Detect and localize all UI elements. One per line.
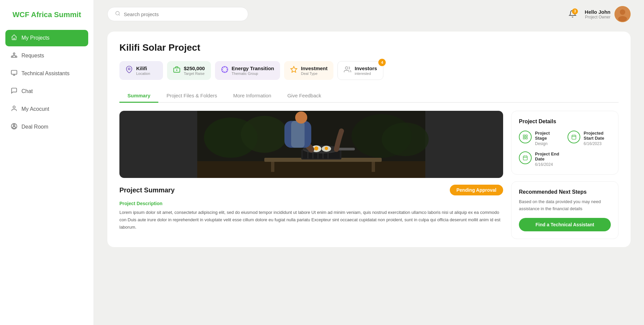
investors-sub: interested	[355, 72, 377, 76]
project-summary-title: Project Summary	[119, 186, 175, 194]
tag-investors: Investors interested 4	[337, 61, 383, 80]
tab-feedback[interactable]: Give Feedback	[279, 89, 329, 103]
sidebar-item-label: Chat	[21, 88, 33, 94]
sidebar-item-label: Requests	[21, 53, 44, 59]
project-card: Kilifi Solar Project Kilifi Location	[107, 32, 631, 247]
details-title: Project Details	[519, 119, 611, 125]
svg-rect-37	[526, 137, 527, 139]
tag-location-content: Kilifi Location	[136, 65, 150, 76]
start-date-icon	[568, 131, 580, 143]
svg-rect-17	[372, 162, 375, 172]
svg-rect-43	[523, 156, 527, 160]
target-raise-sub: Target Raise	[184, 72, 205, 76]
tag-energy-content: Energy Transition Thematic Group	[232, 65, 274, 76]
find-assistant-button[interactable]: Find a Technical Assistant	[519, 218, 611, 231]
sidebar-nav: My Projects Requests Technical Assistant…	[0, 30, 94, 135]
user-greeting: Hello John	[585, 9, 610, 15]
project-desc-text: Lorem ipsum dolor sit amet, consectetur …	[119, 209, 503, 231]
notification-button[interactable]: 3	[569, 10, 577, 19]
sidebar-item-requests[interactable]: Requests	[5, 48, 88, 64]
app-name: WCF Africa Summit	[7, 10, 87, 20]
app-logo: WCF Africa Summit	[0, 10, 94, 30]
svg-rect-39	[572, 135, 576, 139]
next-steps-card: Recommended Next Steps Based on the data…	[511, 181, 619, 239]
money-icon	[173, 66, 180, 75]
deal-type-sub: Deal Type	[301, 72, 327, 76]
svg-point-28	[314, 146, 318, 150]
right-column: Project Details Project Stage	[511, 111, 619, 239]
detail-end-date: Project End Date 6/16/2024	[519, 151, 562, 167]
energy-icon	[221, 66, 228, 75]
svg-rect-36	[526, 135, 527, 137]
stage-label: Project Stage	[535, 131, 562, 141]
my-projects-icon	[11, 34, 17, 42]
svg-point-4	[618, 16, 627, 21]
svg-rect-16	[271, 162, 274, 172]
investment-icon	[290, 66, 298, 75]
sidebar-item-label: Deal Room	[21, 124, 48, 130]
pending-badge: Pending Approval	[450, 185, 503, 195]
end-date-value: 6/16/2024	[535, 162, 562, 167]
thematic-main: Energy Transition	[232, 65, 274, 71]
start-date-text: Projected Start Date 6/16/2023	[584, 131, 611, 146]
left-column: Project Summary Pending Approval Project…	[119, 111, 503, 239]
end-date-text: Project End Date 6/16/2024	[535, 151, 562, 167]
next-steps-desc: Based on the data provided you may need …	[519, 198, 611, 213]
search-bar[interactable]	[107, 7, 248, 21]
svg-point-3	[620, 9, 625, 15]
tab-summary[interactable]: Summary	[119, 89, 158, 103]
tab-more-info[interactable]: More Information	[225, 89, 279, 103]
header: 3 Hello John Project Owner	[94, 0, 644, 28]
sidebar-item-technical-assistants[interactable]: Technical Assistants	[5, 65, 88, 82]
tabs: Summary Project Files & Folders More Inf…	[119, 89, 619, 103]
sidebar-item-label: My Projects	[21, 35, 50, 41]
avatar	[614, 6, 631, 22]
sidebar-item-deal-room[interactable]: Deal Room	[5, 119, 88, 135]
search-input[interactable]	[124, 11, 240, 17]
svg-rect-31	[338, 148, 355, 150]
svg-rect-0	[11, 70, 17, 74]
target-raise-main: $250,000	[184, 65, 205, 71]
project-image	[119, 111, 503, 178]
notification-badge: 3	[572, 8, 578, 14]
svg-point-8	[345, 67, 348, 69]
sidebar: WCF Africa Summit My Projects Requests	[0, 0, 94, 325]
main-area: 3 Hello John Project Owner Ki	[94, 0, 644, 325]
location-main: Kilifi	[136, 65, 150, 71]
deal-room-icon	[11, 123, 17, 131]
svg-point-30	[325, 147, 328, 150]
sidebar-item-chat[interactable]: Chat	[5, 83, 88, 100]
chat-icon	[11, 87, 17, 96]
tag-investors-content: Investors interested	[355, 65, 377, 76]
requests-icon	[11, 52, 17, 60]
content-area: Kilifi Solar Project Kilifi Location	[94, 28, 644, 325]
svg-point-5	[128, 68, 130, 70]
technical-assistants-icon	[11, 69, 17, 78]
start-date-label: Projected Start Date	[584, 131, 611, 141]
stage-icon	[519, 131, 532, 143]
detail-start-date: Projected Start Date 6/16/2023	[568, 131, 611, 146]
svg-point-34	[295, 111, 307, 124]
tag-thematic-group: Energy Transition Thematic Group	[215, 61, 280, 80]
tag-location: Kilifi Location	[119, 61, 163, 80]
tab-files[interactable]: Project Files & Folders	[158, 89, 225, 103]
svg-rect-35	[523, 135, 525, 137]
info-tags: Kilifi Location $250,000 Target Raise	[119, 61, 619, 80]
user-info: Hello John Project Owner	[585, 6, 631, 22]
tag-deal-type: Investment Deal Type	[284, 61, 333, 80]
sidebar-item-my-projects[interactable]: My Projects	[5, 30, 88, 46]
svg-point-11	[241, 116, 288, 153]
stage-value: Design	[535, 141, 562, 146]
investors-main: Investors	[355, 65, 377, 71]
project-details-card: Project Details Project Stage	[511, 111, 619, 175]
end-date-icon	[519, 151, 532, 164]
sidebar-item-my-account[interactable]: My Acocunt	[5, 101, 88, 118]
tag-investment-content: Investment Deal Type	[301, 65, 327, 76]
detail-project-stage: Project Stage Design	[519, 131, 562, 146]
my-account-icon	[11, 105, 17, 113]
detail-items-grid: Project Stage Design	[519, 131, 611, 167]
deal-type-main: Investment	[301, 65, 327, 71]
header-right: 3 Hello John Project Owner	[569, 6, 631, 22]
next-steps-title: Recommended Next Steps	[519, 189, 611, 195]
project-title: Kilifi Solar Project	[119, 42, 619, 53]
